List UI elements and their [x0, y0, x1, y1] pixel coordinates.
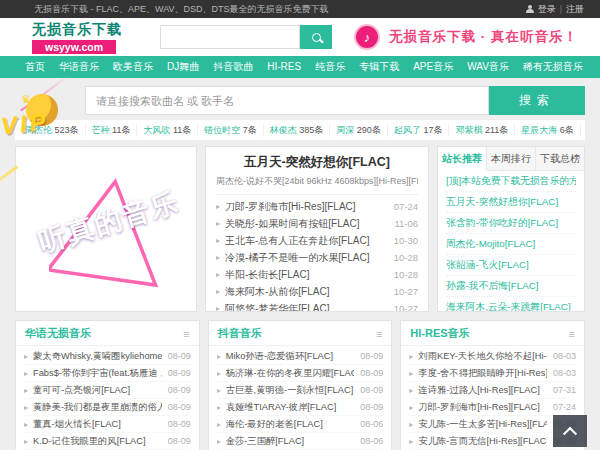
tab-total-downloads[interactable]: 下载总榜	[536, 147, 584, 170]
nav-item[interactable]: 专辑下载	[352, 56, 406, 78]
tag-count: 6条	[560, 125, 574, 135]
song-link[interactable]: 连诗雅-过路人[Hi-Res][FLAC]	[418, 384, 547, 397]
sidebar-item[interactable]: 孙露-我不后悔[FLAC]	[446, 276, 576, 297]
list-icon[interactable]: ≡	[569, 328, 575, 340]
sidebar-item[interactable]: [顶]本站免费下载无损音乐的方法	[446, 171, 576, 192]
site-logo[interactable]: 无损音乐下载 wsyyw.com	[32, 21, 116, 54]
main-content: FLAC WAV APE Hi-Res DSD 听真的音乐 ♛ VIP 五月天-…	[15, 146, 585, 312]
song-link[interactable]: 刀郎-罗刹海市[Hi-Res][FLAC]	[225, 200, 388, 214]
list-item: Miko孙语-恋爱循环[FLAC] 08-09	[217, 348, 384, 365]
search-button[interactable]: 搜索	[489, 86, 585, 115]
tag-link[interactable]: 起风了 17条	[388, 124, 450, 137]
search-bar: 搜索	[15, 78, 585, 120]
song-link[interactable]: Fabs$-带你到宇宙(feat.杨雁迪，prod. by唐杰)	[33, 367, 162, 380]
song-link[interactable]: 刀郎-罗刹海市[Hi-Res][FLAC]	[418, 401, 547, 414]
section-chinese-lossless: 华语无损音乐 ≡ 蒙太奇Whisky,黄嗬圈kyliehomer-打工日记[FL…	[15, 320, 200, 450]
nav-item[interactable]: 抖音歌曲	[206, 56, 260, 78]
item-date: 08-06	[360, 419, 383, 429]
list-item: 半阳-长街长[FLAC] 10-28	[216, 266, 418, 283]
song-link[interactable]: 海来阿木-从前你[FLAC]	[225, 285, 388, 299]
search-input[interactable]	[85, 86, 489, 115]
section-list: 蒙太奇Whisky,黄嗬圈kyliehomer-打工日记[FLAC] 08-09…	[16, 346, 199, 450]
item-date: 08-09	[168, 368, 191, 378]
song-link[interactable]: 关晓彤-如果时间有按钮[FLAC]	[225, 217, 388, 231]
nav-item[interactable]: 华语音乐	[52, 56, 106, 78]
nav-item[interactable]: HI-RES	[260, 56, 308, 78]
song-link[interactable]: K.D-记住我眼里的风[FLAC]	[33, 435, 162, 448]
list-icon[interactable]: ≡	[183, 328, 189, 340]
topbar-title: 无损音乐下载 - FLAC、APE、WAV、DSD、DTS最全的无损音乐免费下载	[34, 3, 329, 16]
sidebar-item[interactable]: 海来阿木,云朵-来跳舞[FLAC]	[446, 297, 576, 312]
item-date: 08-09	[360, 402, 383, 412]
song-link[interactable]: 金莎-三国醉[FLAC]	[226, 435, 355, 448]
tag-name: 大风吹	[143, 125, 170, 135]
song-link[interactable]: 半阳-长街长[FLAC]	[225, 268, 388, 282]
tag-link[interactable]: 周深 290条	[330, 124, 388, 137]
register-link[interactable]: 注册	[566, 3, 584, 16]
bottom-sections: 华语无损音乐 ≡ 蒙太奇Whisky,黄嗬圈kyliehomer-打工日记[FL…	[15, 320, 585, 450]
tab-recommend[interactable]: 站长推荐	[438, 147, 487, 171]
tag-link[interactable]: 林俊杰 385条	[264, 124, 331, 137]
item-date: 08-03	[553, 351, 576, 361]
song-link[interactable]: 冷漠-橘子不是唯一的水果[FLAC]	[225, 251, 388, 265]
promo-banner[interactable]: FLAC WAV APE Hi-Res DSD 听真的音乐 ♛ VIP	[15, 146, 197, 312]
song-link[interactable]: 海伦-最好的老爸[FLAC]	[226, 418, 355, 431]
song-link[interactable]: 安儿陈-一生太多苦[Hi-Res][FLAC]	[418, 418, 547, 431]
tag-link[interactable]: 毛不易 130条	[581, 124, 585, 137]
section-title[interactable]: 华语无损音乐	[25, 326, 91, 341]
tag-link[interactable]: 邓紫棋 211条	[449, 124, 515, 137]
nav-item[interactable]: 稀有无损音乐	[516, 56, 590, 78]
tag-link[interactable]: 错位时空 7条	[198, 124, 264, 137]
sidebar-tabs: 站长推荐 本周排行 下载总榜	[438, 147, 584, 171]
header: 无损音乐下载 wsyyw.com ♪ 无损音乐下载 · 真在听音乐！	[0, 18, 600, 56]
nav-item[interactable]: DJ舞曲	[160, 56, 206, 78]
tag-link[interactable]: 大风吹 11条	[137, 124, 198, 137]
list-item: 杨济琳-在你的冬夜里闪耀[FLAC] 08-09	[217, 365, 384, 382]
section-title[interactable]: HI-RES音乐	[410, 326, 469, 341]
song-link[interactable]: Miko孙语-恋爱循环[FLAC]	[226, 350, 355, 363]
tag-link[interactable]: 星辰大海 6条	[515, 124, 581, 137]
sidebar-item[interactable]: 五月天-突然好想你[FLAC]	[446, 192, 576, 213]
login-link[interactable]: 登录	[538, 3, 556, 16]
tag-count: 523条	[55, 125, 79, 135]
header-search-input[interactable]	[160, 25, 300, 49]
item-date: 08-09	[360, 351, 383, 361]
song-link[interactable]: 刘雨KEY-天长地久你给不起[Hi-Res][FLAC]	[418, 350, 547, 363]
song-link[interactable]: 王北车-总有人正在奔赴你[FLAC]	[225, 234, 388, 248]
song-link[interactable]: 童可可-点亮银河[FLAC]	[33, 384, 162, 397]
back-to-top-button[interactable]	[553, 415, 587, 447]
song-link[interactable]: 阿悠悠-梦若华年[FLAC]	[225, 302, 388, 313]
sidebar: 站长推荐 本周排行 下载总榜 [顶]本站免费下载无损音乐的方法五月天-突然好想你…	[437, 146, 585, 312]
nav-item[interactable]: APE音乐	[406, 56, 460, 78]
section-header: 抖音音乐 ≡	[209, 321, 392, 346]
song-link[interactable]: 李度-舍不得把眼睛睁开[Hi-Res][FLAC]	[418, 367, 547, 380]
nav-item[interactable]: 纯音乐	[308, 56, 352, 78]
nav-item[interactable]: 欧美音乐	[106, 56, 160, 78]
tab-weekly-rank[interactable]: 本周排行	[487, 147, 536, 170]
song-link[interactable]: 蒙太奇Whisky,黄嗬圈kyliehomer-打工日记[FLAC]	[33, 350, 162, 363]
nav-item[interactable]: WAV音乐	[460, 56, 516, 78]
chevron-up-icon	[563, 427, 577, 441]
tag-name: 周深	[336, 125, 354, 135]
topbar: 无损音乐下载 - FLAC、APE、WAV、DSD、DTS最全的无损音乐免费下载…	[0, 0, 600, 18]
nav-item[interactable]: 首页	[18, 56, 52, 78]
song-link[interactable]: 安儿陈-言而无信[Hi-Res][FLAC]	[418, 435, 547, 448]
song-link[interactable]: 董真-烟火情长[FLAC]	[33, 418, 162, 431]
section-title[interactable]: 抖音音乐	[218, 326, 262, 341]
header-search-button[interactable]	[300, 25, 332, 49]
song-link[interactable]: 袁娅维TIARAY-彼岸[FLAC]	[226, 401, 355, 414]
sidebar-item[interactable]: 张含韵-带你吃好的[FLAC]	[446, 213, 576, 234]
song-link[interactable]: 杨济琳-在你的冬夜里闪耀[FLAC]	[226, 367, 355, 380]
tag-count: 7条	[243, 125, 257, 135]
item-date: 08-03	[553, 368, 576, 378]
sidebar-item[interactable]: 张韶涵-飞火[FLAC]	[446, 255, 576, 276]
tag-link[interactable]: 芒种 11条	[86, 124, 138, 137]
list-icon[interactable]: ≡	[376, 328, 382, 340]
song-link[interactable]: 古巨基,黄明德-一刻永恒[FLAC]	[226, 384, 355, 397]
song-link[interactable]: 黄静美-我们都是夜里崩溃的俗人[FLAC]	[33, 401, 162, 414]
sidebar-item[interactable]: 周杰伦-Mojito[FLAC]	[446, 234, 576, 255]
featured-panel: 五月天-突然好想你[FLAC] 周杰伦-说好不哭[24bit 96kHz 460…	[205, 146, 429, 312]
item-date: 08-09	[168, 419, 191, 429]
list-item: 海来阿木-从前你[FLAC] 10-27	[216, 283, 418, 300]
featured-title[interactable]: 五月天-突然好想你[FLAC]	[216, 154, 418, 171]
